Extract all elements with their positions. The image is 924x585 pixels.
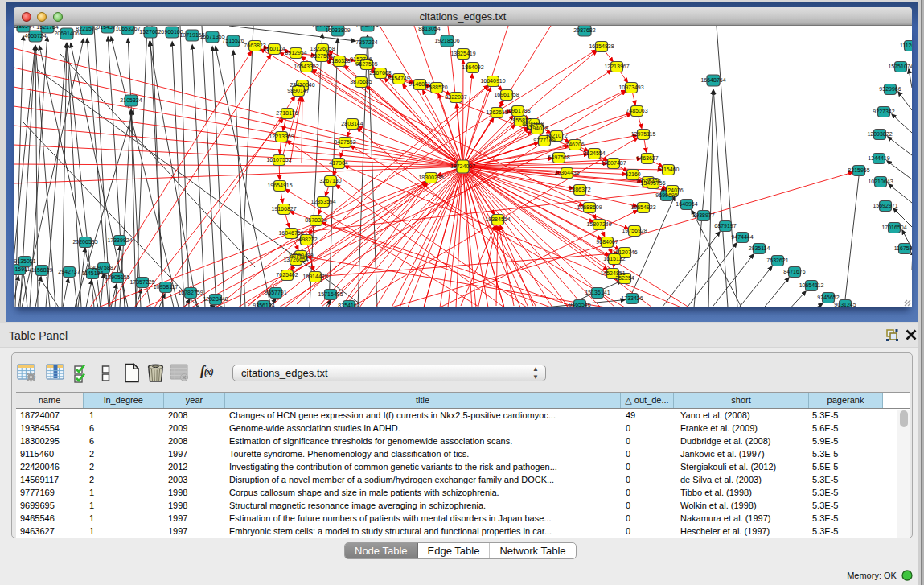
svg-text:2935114: 2935114 [749,245,770,251]
svg-text:1588520: 1588520 [425,84,447,90]
svg-text:252254: 252254 [615,275,634,281]
svg-text:20206535: 20206535 [72,239,97,245]
svg-text:9124076: 9124076 [661,187,683,193]
svg-text:16543362: 16543362 [294,64,318,69]
svg-text:19166827: 19166827 [271,206,296,212]
svg-text:8660124: 8660124 [263,46,285,51]
svg-text:6497568: 6497568 [548,154,569,160]
svg-text:2286544: 2286544 [14,26,35,29]
svg-text:10958117: 10958117 [154,284,179,290]
svg-text:9657791: 9657791 [265,290,286,295]
svg-text:9699695: 9699695 [655,192,677,198]
svg-text:1640954: 1640954 [676,201,697,207]
svg-text:417004: 417004 [329,160,347,166]
svg-text:7485063: 7485063 [626,108,647,113]
svg-text:12975115: 12975115 [631,131,656,137]
svg-text:10688609: 10688609 [577,204,602,210]
svg-text:1145194: 1145194 [82,270,104,276]
svg-text:13226058: 13226058 [310,46,335,51]
svg-text:19384554: 19384554 [485,216,510,222]
svg-text:16640910: 16640910 [480,78,505,84]
svg-text:12923448: 12923448 [203,296,228,302]
svg-text:17016504: 17016504 [881,225,906,230]
svg-text:20691406: 20691406 [54,31,79,36]
svg-text:746206: 746206 [565,142,584,147]
svg-text:8964514: 8964514 [356,26,378,28]
svg-text:1521764: 1521764 [36,26,58,30]
svg-text:9115460: 9115460 [658,167,680,172]
svg-text:3498222: 3498222 [295,237,317,242]
svg-text:17357225: 17357225 [129,279,154,285]
svg-text:12093822: 12093822 [867,131,892,137]
svg-text:2942737: 2942737 [58,269,80,274]
svg-text:10807487: 10807487 [601,160,626,166]
svg-text:17339924: 17339924 [107,237,132,243]
svg-text:16914479: 16914479 [302,274,327,279]
svg-text:16782759: 16782759 [178,290,203,295]
svg-text:16107552: 16107552 [266,157,291,163]
svg-text:2803144: 2803144 [341,121,363,126]
svg-text:8221574: 8221574 [76,26,97,31]
svg-text:19654923: 19654923 [630,204,655,210]
svg-text:8454749: 8454749 [388,76,409,81]
svg-text:15716485: 15716485 [318,291,343,297]
svg-text:10653267: 10653267 [115,26,140,31]
svg-text:12353594: 12353594 [310,199,335,204]
svg-text:7386372: 7386372 [569,187,590,192]
svg-text:12213967: 12213967 [604,64,629,69]
svg-text:18300295: 18300295 [418,175,443,180]
svg-text:13325419: 13325419 [450,51,475,56]
svg-text:9031245: 9031245 [834,302,856,307]
svg-text:15692971: 15692971 [873,203,897,208]
svg-text:7625402: 7625402 [276,272,298,278]
svg-text:10210643: 10210643 [868,179,893,184]
svg-text:2367608: 2367608 [369,70,391,76]
svg-text:9227342: 9227342 [873,109,894,114]
svg-text:15751074: 15751074 [888,64,912,69]
svg-text:2087682: 2087682 [573,27,595,33]
svg-text:18724007: 18724007 [450,163,475,169]
svg-text:8322037: 8322037 [445,94,466,100]
svg-text:8813054: 8813054 [418,26,440,31]
svg-text:16154838: 16154838 [589,43,614,49]
svg-text:2105334: 2105334 [120,97,142,103]
svg-text:90975887: 90975887 [91,265,116,270]
svg-text:16033809: 16033809 [325,27,350,33]
svg-text:9463627: 9463627 [636,155,658,161]
svg-text:16120746: 16120746 [612,249,637,255]
svg-text:8354162: 8354162 [338,303,359,307]
svg-text:8215955: 8215955 [848,167,869,173]
svg-text:9465546: 9465546 [569,302,590,307]
svg-text:1112040: 1112040 [900,43,912,48]
svg-text:2718176: 2718176 [276,110,298,116]
svg-text:19218506: 19218506 [434,38,459,43]
svg-text:23420046: 23420046 [290,82,314,88]
svg-text:7357224: 7357224 [355,39,377,45]
svg-text:9527505: 9527505 [355,61,377,67]
svg-text:16671355: 16671355 [199,34,224,39]
svg-text:6794028: 6794028 [526,126,548,131]
svg-text:1167533: 1167533 [894,245,912,251]
svg-text:15136141: 15136141 [585,290,610,295]
svg-text:9356124: 9356124 [253,303,274,307]
svg-text:16648764: 16648764 [700,77,725,83]
svg-text:9135051: 9135051 [14,258,35,264]
svg-text:7515526: 7515526 [222,38,244,43]
svg-text:3875685: 3875685 [350,79,372,84]
svg-text:1244419: 1244419 [868,155,889,161]
svg-text:13726654: 13726654 [283,257,308,262]
svg-text:13495756: 13495756 [640,180,665,186]
svg-text:8427552: 8427552 [334,139,355,145]
svg-text:16961758: 16961758 [494,92,519,97]
svg-text:1527602: 1527602 [139,29,161,35]
svg-text:1733426: 1733426 [621,295,643,301]
svg-text:1156829: 1156829 [31,267,53,273]
svg-text:8471676: 8471676 [783,269,805,274]
svg-text:19654915: 19654915 [267,183,292,188]
svg-text:3915911: 3915911 [14,266,30,272]
svg-text:8678334: 8678334 [305,217,326,223]
svg-text:20364436: 20364436 [554,170,579,175]
svg-text:16961788: 16961788 [505,108,530,113]
svg-text:9890147: 9890147 [287,88,309,93]
svg-text:12905155: 12905155 [105,274,129,280]
